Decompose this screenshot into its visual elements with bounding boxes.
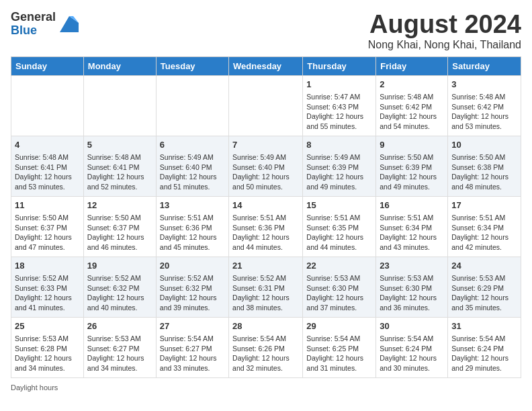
cell-content: Sunrise: 5:49 AM Sunset: 6:39 PM Dayligh… — [306, 152, 372, 192]
day-number: 6 — [160, 139, 225, 151]
calendar-cell: 21Sunrise: 5:52 AM Sunset: 6:31 PM Dayli… — [229, 257, 303, 317]
cell-content: Sunrise: 5:47 AM Sunset: 6:43 PM Dayligh… — [306, 92, 372, 132]
day-number: 18 — [15, 260, 80, 272]
page-header: General Blue August 2024 Nong Khai, Nong… — [11, 11, 521, 51]
cell-content: Sunrise: 5:49 AM Sunset: 6:40 PM Dayligh… — [232, 152, 299, 192]
subtitle: Nong Khai, Nong Khai, Thailand — [368, 39, 521, 51]
day-number: 8 — [306, 139, 372, 151]
day-number: 31 — [451, 320, 517, 332]
calendar-cell: 10Sunrise: 5:50 AM Sunset: 6:38 PM Dayli… — [448, 136, 521, 196]
calendar-cell — [156, 75, 228, 136]
calendar-cell: 2Sunrise: 5:48 AM Sunset: 6:42 PM Daylig… — [376, 75, 448, 136]
day-number: 29 — [306, 320, 372, 332]
calendar-day-header: Wednesday — [229, 56, 303, 75]
calendar-cell: 29Sunrise: 5:54 AM Sunset: 6:25 PM Dayli… — [303, 317, 376, 377]
cell-content: Sunrise: 5:51 AM Sunset: 6:36 PM Dayligh… — [160, 213, 225, 253]
cell-content: Sunrise: 5:52 AM Sunset: 6:31 PM Dayligh… — [232, 273, 299, 313]
calendar-day-header: Sunday — [11, 56, 84, 75]
day-number: 9 — [380, 139, 444, 151]
calendar-week-row: 4Sunrise: 5:48 AM Sunset: 6:41 PM Daylig… — [11, 136, 521, 196]
calendar-cell: 5Sunrise: 5:48 AM Sunset: 6:41 PM Daylig… — [83, 136, 156, 196]
calendar-day-header: Tuesday — [156, 56, 228, 75]
title-block: August 2024 Nong Khai, Nong Khai, Thaila… — [368, 11, 521, 51]
day-number: 26 — [87, 320, 152, 332]
daylight-hours-label: Daylight hours — [11, 383, 58, 392]
calendar-cell: 26Sunrise: 5:53 AM Sunset: 6:27 PM Dayli… — [83, 317, 156, 377]
cell-content: Sunrise: 5:50 AM Sunset: 6:38 PM Dayligh… — [451, 152, 517, 192]
calendar-cell — [83, 75, 156, 136]
calendar-cell: 27Sunrise: 5:54 AM Sunset: 6:27 PM Dayli… — [156, 317, 228, 377]
day-number: 13 — [160, 199, 225, 212]
calendar-cell: 8Sunrise: 5:49 AM Sunset: 6:39 PM Daylig… — [303, 136, 376, 196]
cell-content: Sunrise: 5:49 AM Sunset: 6:40 PM Dayligh… — [160, 152, 225, 192]
day-number: 3 — [451, 79, 517, 91]
cell-content: Sunrise: 5:54 AM Sunset: 6:26 PM Dayligh… — [232, 334, 299, 373]
day-number: 7 — [232, 139, 299, 151]
calendar-cell: 11Sunrise: 5:50 AM Sunset: 6:37 PM Dayli… — [11, 196, 84, 257]
cell-content: Sunrise: 5:53 AM Sunset: 6:29 PM Dayligh… — [451, 273, 517, 313]
day-number: 30 — [380, 320, 444, 332]
day-number: 15 — [306, 199, 372, 212]
calendar-cell: 9Sunrise: 5:50 AM Sunset: 6:39 PM Daylig… — [376, 136, 448, 196]
logo-icon — [57, 13, 79, 35]
calendar-cell: 14Sunrise: 5:51 AM Sunset: 6:36 PM Dayli… — [229, 196, 303, 257]
day-number: 23 — [380, 260, 444, 272]
cell-content: Sunrise: 5:53 AM Sunset: 6:30 PM Dayligh… — [306, 273, 372, 313]
main-title: August 2024 — [368, 11, 521, 39]
calendar-cell: 6Sunrise: 5:49 AM Sunset: 6:40 PM Daylig… — [156, 136, 228, 196]
calendar-cell: 16Sunrise: 5:51 AM Sunset: 6:34 PM Dayli… — [376, 196, 448, 257]
day-number: 4 — [15, 139, 80, 151]
calendar-cell: 19Sunrise: 5:52 AM Sunset: 6:32 PM Dayli… — [83, 257, 156, 317]
cell-content: Sunrise: 5:53 AM Sunset: 6:30 PM Dayligh… — [380, 273, 444, 313]
day-number: 20 — [160, 260, 225, 272]
day-number: 27 — [160, 320, 225, 332]
calendar-cell: 24Sunrise: 5:53 AM Sunset: 6:29 PM Dayli… — [448, 257, 521, 317]
calendar-week-row: 1Sunrise: 5:47 AM Sunset: 6:43 PM Daylig… — [11, 75, 521, 136]
calendar-cell: 7Sunrise: 5:49 AM Sunset: 6:40 PM Daylig… — [229, 136, 303, 196]
svg-marker-0 — [60, 16, 79, 32]
cell-content: Sunrise: 5:51 AM Sunset: 6:35 PM Dayligh… — [306, 213, 372, 253]
calendar-day-header: Saturday — [448, 56, 521, 75]
day-number: 16 — [380, 199, 444, 212]
cell-content: Sunrise: 5:48 AM Sunset: 6:41 PM Dayligh… — [15, 152, 80, 192]
calendar-cell: 30Sunrise: 5:54 AM Sunset: 6:24 PM Dayli… — [376, 317, 448, 377]
calendar-cell: 15Sunrise: 5:51 AM Sunset: 6:35 PM Dayli… — [303, 196, 376, 257]
calendar-cell: 13Sunrise: 5:51 AM Sunset: 6:36 PM Dayli… — [156, 196, 228, 257]
calendar-day-header: Monday — [83, 56, 156, 75]
calendar-header-row: SundayMondayTuesdayWednesdayThursdayFrid… — [11, 56, 521, 75]
day-number: 25 — [15, 320, 80, 332]
cell-content: Sunrise: 5:52 AM Sunset: 6:32 PM Dayligh… — [87, 273, 152, 313]
cell-content: Sunrise: 5:48 AM Sunset: 6:42 PM Dayligh… — [451, 92, 517, 132]
cell-content: Sunrise: 5:54 AM Sunset: 6:24 PM Dayligh… — [380, 334, 444, 373]
calendar-cell: 23Sunrise: 5:53 AM Sunset: 6:30 PM Dayli… — [376, 257, 448, 317]
cell-content: Sunrise: 5:54 AM Sunset: 6:24 PM Dayligh… — [451, 334, 517, 373]
day-number: 24 — [451, 260, 517, 272]
cell-content: Sunrise: 5:52 AM Sunset: 6:33 PM Dayligh… — [15, 273, 80, 313]
calendar-cell: 1Sunrise: 5:47 AM Sunset: 6:43 PM Daylig… — [303, 75, 376, 136]
calendar-week-row: 11Sunrise: 5:50 AM Sunset: 6:37 PM Dayli… — [11, 196, 521, 257]
calendar-cell: 18Sunrise: 5:52 AM Sunset: 6:33 PM Dayli… — [11, 257, 84, 317]
calendar-cell: 25Sunrise: 5:53 AM Sunset: 6:28 PM Dayli… — [11, 317, 84, 377]
day-number: 11 — [15, 199, 80, 212]
day-number: 28 — [232, 320, 299, 332]
calendar-week-row: 18Sunrise: 5:52 AM Sunset: 6:33 PM Dayli… — [11, 257, 521, 317]
calendar-cell: 17Sunrise: 5:51 AM Sunset: 6:34 PM Dayli… — [448, 196, 521, 257]
calendar-cell: 31Sunrise: 5:54 AM Sunset: 6:24 PM Dayli… — [448, 317, 521, 377]
day-number: 2 — [380, 79, 444, 91]
logo: General Blue — [11, 11, 79, 38]
calendar-day-header: Thursday — [303, 56, 376, 75]
calendar-day-header: Friday — [376, 56, 448, 75]
cell-content: Sunrise: 5:50 AM Sunset: 6:37 PM Dayligh… — [15, 213, 80, 253]
day-number: 14 — [232, 199, 299, 212]
cell-content: Sunrise: 5:53 AM Sunset: 6:28 PM Dayligh… — [15, 334, 80, 373]
calendar-week-row: 25Sunrise: 5:53 AM Sunset: 6:28 PM Dayli… — [11, 317, 521, 377]
calendar-cell: 4Sunrise: 5:48 AM Sunset: 6:41 PM Daylig… — [11, 136, 84, 196]
cell-content: Sunrise: 5:50 AM Sunset: 6:37 PM Dayligh… — [87, 213, 152, 253]
day-number: 19 — [87, 260, 152, 272]
cell-content: Sunrise: 5:48 AM Sunset: 6:42 PM Dayligh… — [380, 92, 444, 132]
calendar-cell: 12Sunrise: 5:50 AM Sunset: 6:37 PM Dayli… — [83, 196, 156, 257]
cell-content: Sunrise: 5:54 AM Sunset: 6:25 PM Dayligh… — [306, 334, 372, 373]
day-number: 21 — [232, 260, 299, 272]
day-number: 5 — [87, 139, 152, 151]
calendar-cell: 22Sunrise: 5:53 AM Sunset: 6:30 PM Dayli… — [303, 257, 376, 317]
